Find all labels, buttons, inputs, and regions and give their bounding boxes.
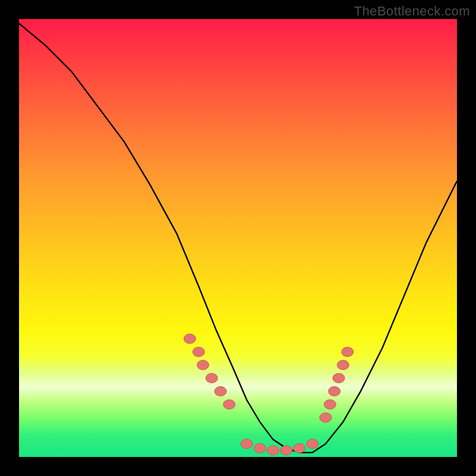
data-point (293, 443, 305, 453)
data-point (223, 400, 235, 409)
data-point (254, 443, 266, 453)
bottleneck-curve (19, 23, 457, 452)
data-point (267, 446, 279, 455)
data-point (280, 446, 292, 455)
data-point (215, 387, 227, 396)
highlighted-points (184, 334, 353, 455)
data-point (197, 360, 209, 369)
data-point (306, 439, 318, 449)
data-point (184, 334, 196, 343)
watermark-text: TheBottleneck.com (354, 4, 470, 19)
data-point (320, 413, 331, 422)
data-point (241, 439, 253, 449)
data-point (333, 374, 345, 383)
chart-overlay (19, 19, 457, 457)
data-point (206, 374, 218, 383)
chart-stage: TheBottleneck.com (0, 0, 476, 476)
data-point (328, 387, 340, 396)
data-point (342, 347, 353, 356)
data-point (337, 360, 349, 369)
data-point (193, 347, 205, 356)
plot-area (19, 19, 457, 457)
data-point (324, 400, 336, 409)
